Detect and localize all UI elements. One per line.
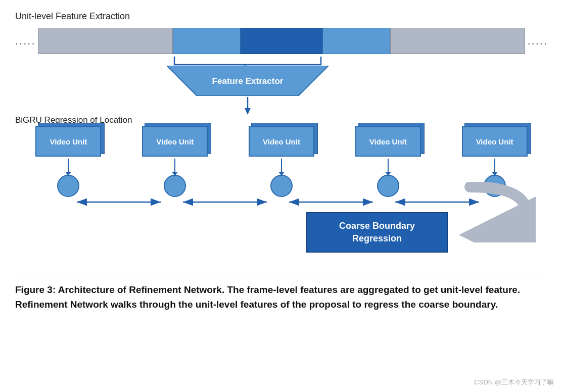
- dots-left: .....: [15, 34, 36, 47]
- figure-number: Figure 3:: [15, 284, 56, 295]
- arrow-unit-1: [68, 159, 69, 173]
- circle-node-3: [270, 175, 293, 197]
- video-unit-box-3: Video Unit: [249, 126, 314, 157]
- circle-node-1: [57, 175, 79, 197]
- video-unit-col-1: Video Unit: [33, 126, 104, 197]
- bar-blue-light: [173, 28, 241, 54]
- video-unit-box-1: Video Unit: [35, 126, 101, 157]
- feature-bar: ..... .....: [15, 28, 548, 54]
- video-unit-col-3: Video Unit: [246, 126, 317, 197]
- bar-blue-med: [322, 28, 391, 54]
- arrow-unit-3: [281, 159, 282, 173]
- arrow-unit-5: [494, 159, 495, 173]
- dots-right: .....: [527, 34, 548, 47]
- caption-body: Architecture of Refinement Network. The …: [15, 284, 520, 310]
- bar-blue-dark: [241, 28, 322, 54]
- video-unit-box-5: Video Unit: [462, 126, 528, 157]
- video-unit-box-2: Video Unit: [142, 126, 208, 157]
- bar-gray-right: [390, 28, 525, 54]
- video-unit-col-4: Video Unit: [353, 126, 424, 197]
- diagram-area: Unit-level Feature Extraction ..... ....…: [0, 0, 563, 268]
- video-unit-col-2: Video Unit: [139, 126, 210, 197]
- circle-node-2: [164, 175, 186, 197]
- curved-arrow: [440, 182, 536, 242]
- video-unit-box-4: Video Unit: [355, 126, 421, 157]
- caption-area: Figure 3: Architecture of Refinement Net…: [15, 273, 548, 312]
- csdn-watermark: CSDN @三木今天学习了嘛: [474, 378, 554, 387]
- bar-gray-left: [38, 28, 173, 54]
- caption-text: Figure 3: Architecture of Refinement Net…: [15, 282, 548, 312]
- coarse-boundary-box: Coarse BoundaryRegression: [306, 212, 448, 253]
- svg-marker-3: [245, 108, 251, 115]
- unit-level-label: Unit-level Feature Extraction: [15, 11, 130, 22]
- bigru-label: BiGRU Regression of Location: [15, 115, 132, 125]
- feature-extractor: Feature Extractor: [167, 66, 329, 96]
- circle-node-4: [377, 175, 399, 197]
- arrow-unit-2: [174, 159, 175, 173]
- coarse-boundary-label: Coarse BoundaryRegression: [339, 220, 415, 245]
- svg-text:Feature Extractor: Feature Extractor: [212, 76, 284, 86]
- arrow-extractor-down: [243, 97, 253, 115]
- arrow-unit-4: [388, 159, 389, 173]
